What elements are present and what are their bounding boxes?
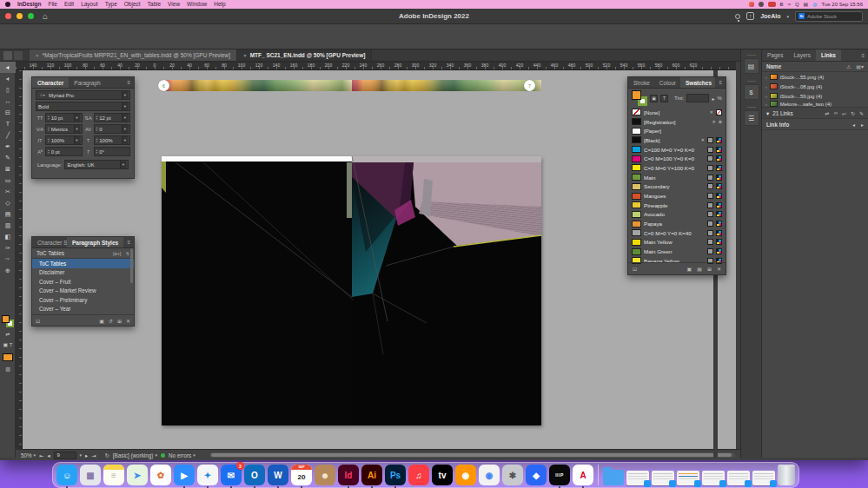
tab-overflow-button[interactable] (3, 51, 12, 60)
link-row[interactable]: ›iStock-...08.jpg (4) (762, 82, 868, 91)
swatch-row[interactable]: Main Green (628, 247, 726, 256)
formatting-affects-icons[interactable]: ▣ T (0, 341, 16, 347)
style-item[interactable]: Cover – Year (32, 305, 134, 314)
preflight-errors[interactable]: No errors▾ (169, 452, 195, 458)
new-swatch-icon[interactable]: ⊞ (707, 266, 712, 272)
swatch-row[interactable]: C=0 M=0 Y=100 K=0 (628, 163, 726, 173)
tool-pen[interactable]: ✒ (0, 141, 16, 152)
font-size-field[interactable]: ▴▾10 pt▾ (45, 113, 83, 122)
swatch-row[interactable]: C=100 M=0 Y=0 K=0 (628, 145, 726, 155)
tool-direct-selection[interactable]: ➤ (0, 73, 16, 84)
dock-window-2-thumbnail[interactable] (652, 471, 674, 485)
next-link-icon[interactable]: ▸ (861, 122, 864, 128)
edit-original-icon[interactable]: ✎ (859, 110, 864, 116)
goto-link-icon[interactable]: ↩ (842, 110, 846, 116)
load-styles-icon[interactable]: ⊡ (36, 318, 40, 324)
bluetooth-icon[interactable]: Ƀ (780, 0, 784, 9)
tab-paragraph[interactable]: Paragraph (69, 77, 105, 88)
show-swatch-kinds-icon[interactable]: ⊡ (633, 266, 637, 272)
tool-type[interactable]: T (0, 118, 16, 129)
baseline-shift-field[interactable]: ▴▾0 pt (45, 147, 83, 156)
dock-window-5-thumbnail[interactable] (727, 471, 750, 485)
tool-eyedropper[interactable]: ✑ (0, 242, 16, 254)
menu-indesign[interactable]: InDesign (17, 0, 41, 9)
tab-character[interactable]: Character (32, 77, 69, 88)
show-options-icon[interactable]: ▤ (697, 266, 702, 272)
dock-chrome-icon[interactable]: ◉ (479, 465, 500, 485)
wifi-icon[interactable]: ≈ (788, 0, 791, 9)
dock-acrobat-icon[interactable]: A (573, 465, 593, 485)
dock-contacts-icon[interactable]: ☻ (315, 465, 335, 485)
tool-gradient[interactable]: ▤ (0, 208, 16, 220)
tool-scissors[interactable]: ✂ (0, 186, 16, 197)
menu-clock[interactable]: Tue 20 Sep 15:56 (822, 2, 863, 7)
app-status-icon[interactable] (749, 2, 754, 7)
links-collapse-chevron[interactable]: ▾ (766, 110, 769, 116)
dock-photoshop-icon[interactable]: Ps (385, 465, 406, 485)
menu-window[interactable]: Window (187, 0, 207, 9)
swap-fill-stroke-icon[interactable]: ⇄ (0, 331, 16, 337)
tab-layers[interactable]: Layers (788, 49, 816, 61)
money-icon[interactable]: $ (744, 84, 759, 100)
tab-character-styles[interactable]: Character S (32, 237, 67, 247)
app-status-icon-3[interactable] (768, 2, 776, 7)
user-chevron-icon[interactable]: ▾ (786, 14, 789, 19)
swatch-row[interactable]: Avocado (628, 210, 726, 220)
dock-window-6-thumbnail[interactable] (752, 471, 775, 485)
tint-chevron[interactable]: ▸ (712, 96, 714, 102)
tab-paragraph-styles[interactable]: Paragraph Styles (67, 237, 123, 247)
tool-page[interactable]: ▯ (0, 84, 16, 96)
zoom-level-dropdown[interactable]: 50%▾ (21, 452, 36, 458)
dock-dropbox-icon[interactable]: ◆ (526, 465, 547, 485)
document-tab-1[interactable]: ×*MajorTropicalFruits MRPR21_EN_with_tab… (30, 49, 237, 61)
dock-music-icon[interactable]: ♫ (408, 465, 429, 485)
link-page-icon[interactable]: ▤▾ (856, 63, 864, 69)
close-window-button[interactable] (5, 13, 11, 19)
preflight-menu-icon[interactable]: ↻ (105, 452, 109, 458)
share-icon[interactable]: ↑ (746, 12, 754, 20)
dock-window-3-thumbnail[interactable] (677, 471, 699, 485)
dock-word-icon[interactable]: W (268, 465, 288, 485)
kerning-field[interactable]: ▴▾Metrics▾ (45, 124, 83, 134)
delete-swatch-icon[interactable]: ✕ (717, 266, 721, 272)
user-account-label[interactable]: JoeAlo (760, 13, 780, 19)
apply-color-button[interactable] (3, 353, 13, 361)
link-row[interactable]: ›iStock-...55.png (4) (762, 72, 868, 82)
fill-proxy-swatch[interactable] (632, 90, 641, 100)
panel-menu-icon[interactable]: ≡ (123, 77, 134, 88)
adobe-stock-search[interactable]: St Adobe Stock (795, 11, 863, 22)
panel-menu-icon[interactable]: ≡ (858, 49, 868, 61)
vertical-scale-field[interactable]: ▴▾100%▾ (45, 135, 83, 145)
dock-launchpad-icon[interactable]: ▦ (80, 465, 101, 485)
fill-stroke-proxy[interactable] (2, 315, 14, 327)
update-link-icon[interactable]: ↻ (851, 110, 855, 116)
document-tab-2[interactable]: ×MTF_ SC21_EN.indd @ 50% [GPU Preview] (237, 49, 372, 61)
horizontal-scrollbar[interactable] (209, 452, 735, 458)
style-item[interactable]: Cover – Fruit (32, 277, 134, 287)
link-warning-icon[interactable]: ⚠ (846, 63, 851, 69)
tab-colour[interactable]: Colour (654, 77, 680, 88)
swatch-row[interactable]: [Paper] (628, 126, 726, 135)
panel-menu-icon[interactable]: ≡ (123, 237, 134, 247)
quick-apply-icon[interactable]: ↯ (125, 251, 129, 256)
link-row[interactable]: ›iStock-...59.jpg (4) (762, 91, 868, 101)
cc-libraries-icon[interactable]: ▤ (744, 58, 759, 74)
tool-gradient-feather[interactable]: ▥ (0, 220, 16, 231)
expand-chevron-icon[interactable]: › (765, 94, 767, 99)
delete-style-icon[interactable]: ✕ (126, 318, 130, 324)
fill-stroke-proxy[interactable] (632, 90, 647, 106)
dock-calendar-icon[interactable]: SEP20 (291, 465, 312, 485)
formatting-affects-container-icon[interactable]: ▣ (650, 95, 658, 102)
expand-chevron-icon[interactable]: › (765, 75, 767, 80)
document-spread[interactable] (162, 156, 541, 425)
control-center-icon[interactable]: ◍ (812, 0, 817, 9)
swatch-row[interactable]: Pineapple (628, 201, 726, 210)
dock-firefox-icon[interactable]: ◉ (455, 465, 476, 485)
dock-settings-icon[interactable]: ✱ (502, 465, 523, 485)
clear-overrides-icon[interactable]: ↺ (109, 318, 113, 324)
font-family-dropdown[interactable]: ⌕▾Myriad Pro▾ (36, 90, 130, 100)
tint-field[interactable] (686, 94, 709, 102)
close-tab-icon[interactable]: × (36, 53, 39, 58)
tool-hand[interactable]: ☞ (0, 254, 16, 265)
tab-pages[interactable]: Pages (762, 49, 788, 61)
